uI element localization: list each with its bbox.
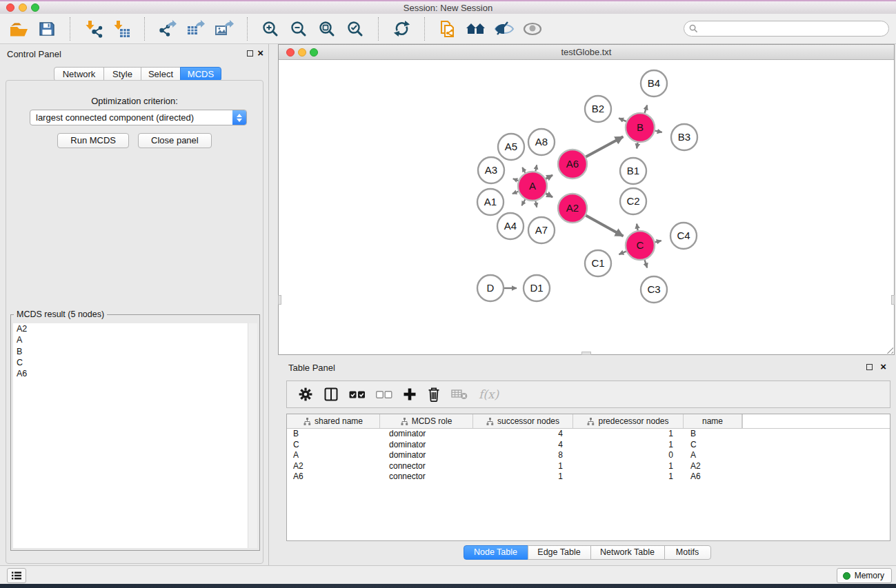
zoom-fit-icon[interactable] [317,19,337,39]
frame-bottom-resize-grip[interactable] [581,352,591,355]
network-canvas[interactable]: B4B2BB3A8A5A6A3B1AA1C2A2A4A7C4CC1C3DD1 [279,60,894,354]
table-settings-icon[interactable] [298,387,313,402]
apply-preferred-layout-icon[interactable] [391,19,412,39]
tab-network-table[interactable]: Network Table [590,545,665,560]
close-panel-button[interactable]: Close panel [138,133,212,148]
column-header-successor-nodes[interactable]: successor nodes [473,414,573,428]
graph-node-label-D: D [487,282,495,294]
tab-mcds[interactable]: MCDS [180,67,221,81]
graph-edge-A-A2[interactable] [546,194,552,197]
float-panel-icon[interactable] [247,50,253,57]
table-header-row: shared name MCDS role successor nodes pr… [287,414,890,429]
zoom-frame-button[interactable] [310,48,318,57]
zoom-out-icon[interactable] [288,19,309,39]
list-item[interactable]: B [13,346,257,357]
hide-selected-icon[interactable] [494,19,515,39]
tab-edge-table[interactable]: Edge Table [528,545,591,560]
control-panel: Control Panel × Network Style Select MCD… [0,44,269,565]
graph-edge-A-A3[interactable] [513,179,519,181]
tab-network[interactable]: Network [54,67,104,81]
zoom-in-icon[interactable] [260,19,281,39]
delete-columns-icon[interactable] [427,387,441,402]
result-scrollbar[interactable] [248,323,257,548]
column-header-mcds-role[interactable]: MCDS role [380,414,473,428]
first-neighbors-icon[interactable] [466,19,486,39]
graph-edge-A-A1[interactable] [512,192,519,194]
graph-edge-A2-C[interactable] [586,216,623,236]
close-table-panel-icon[interactable]: × [880,361,886,373]
float-table-panel-icon[interactable] [866,364,873,370]
list-item[interactable]: A2 [13,323,257,334]
graph-edge-B-B2[interactable] [619,118,626,121]
zoom-window-button[interactable] [31,3,39,12]
memory-button[interactable]: Memory [837,568,892,583]
task-history-button[interactable] [7,568,26,583]
graph-edge-B-B1[interactable] [637,143,637,149]
column-header-shared-name[interactable]: shared name [287,414,380,428]
zoom-selected-icon[interactable] [345,19,366,39]
list-item[interactable]: A6 [13,368,257,379]
minimize-window-button[interactable] [19,3,27,12]
graph-edge-B-B4[interactable] [645,105,648,113]
graph-edge-A-A5[interactable] [522,168,525,173]
show-all-icon[interactable] [522,19,543,39]
list-item[interactable]: C [13,357,257,368]
graph-edge-A6-B[interactable] [586,136,623,156]
graph-edge-C-C4[interactable] [655,241,661,242]
graph-edge-C-C3[interactable] [645,260,648,268]
export-image-icon[interactable] [214,19,235,39]
frame-right-resize-grip[interactable] [891,295,895,305]
mcds-result-box: MCDS result (5 nodes) A2 A B C A6 [10,314,260,551]
search-input[interactable] [684,21,889,37]
graph-edge-C-C1[interactable] [619,252,626,254]
graph-node-label-A3: A3 [485,164,497,176]
delete-table-icon[interactable] [451,388,468,401]
memory-label: Memory [855,571,884,580]
close-panel-icon[interactable]: × [257,47,263,59]
column-header-name[interactable]: name [684,414,742,428]
table-panel-title: Table Panel [288,363,335,373]
mcds-result-list: A2 A B C A6 [13,323,257,548]
graph-node-label-A4: A4 [504,220,517,232]
graph-edge-A-A8[interactable] [535,165,537,171]
open-session-icon[interactable] [8,19,29,39]
run-mcds-button[interactable]: Run MCDS [57,133,129,148]
add-column-icon[interactable] [403,387,417,401]
tab-motifs[interactable]: Motifs [664,545,711,560]
graph-edge-A-A7[interactable] [535,201,537,207]
close-window-button[interactable] [6,3,14,12]
network-frame-titlebar[interactable]: testGlobe.txt [279,45,894,60]
import-table-icon[interactable] [111,19,132,39]
deselect-all-icon[interactable] [376,389,392,400]
node-table: shared name MCDS role successor nodes pr… [286,414,890,541]
minimize-frame-button[interactable] [298,48,306,57]
graph-edge-C-C2[interactable] [637,224,638,231]
graph-node-label-C2: C2 [626,195,639,207]
table-row[interactable]: C dominator 4 1 C [287,440,890,451]
table-row[interactable]: A dominator 8 0 A [287,450,890,461]
column-visibility-icon[interactable] [323,387,339,402]
graph-edge-B-B3[interactable] [655,131,661,132]
graph-node-label-D1: D1 [530,282,543,294]
graph-node-label-A8: A8 [535,136,548,148]
close-frame-button[interactable] [286,48,295,57]
graph-edge-A-A6[interactable] [546,175,552,179]
tab-node-table[interactable]: Node Table [464,545,528,560]
table-row[interactable]: A6 connector 1 1 A6 [287,472,890,483]
function-builder-icon[interactable]: f(x) [479,387,499,401]
column-header-predecessor-nodes[interactable]: predecessor nodes [573,414,684,428]
graph-edge-A-A4[interactable] [521,199,525,205]
export-network-icon[interactable] [157,19,178,39]
table-row[interactable]: A2 connector 1 1 A2 [287,461,890,472]
tab-select[interactable]: Select [141,67,181,81]
tab-style[interactable]: Style [103,67,141,81]
select-all-icon[interactable] [349,389,366,400]
import-network-icon[interactable] [83,19,103,39]
export-table-icon[interactable] [186,19,206,39]
save-session-icon[interactable] [37,19,57,39]
criterion-dropdown[interactable]: largest connected component (directed) [30,110,247,125]
list-item[interactable]: A [13,334,257,345]
new-network-from-selection-icon[interactable] [437,19,458,39]
table-row[interactable]: B dominator 4 1 B [287,429,890,440]
frame-left-resize-grip[interactable] [278,295,281,305]
